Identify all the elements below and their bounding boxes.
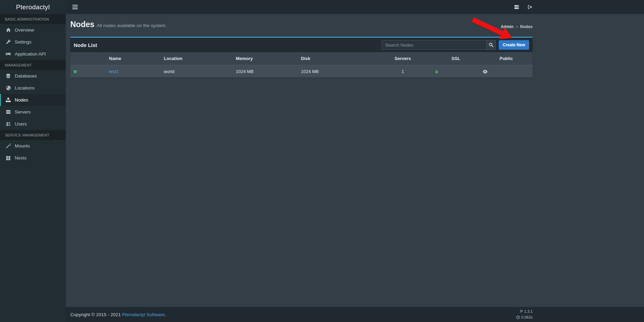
clock-icon — [516, 315, 520, 319]
sidebar-item-users[interactable]: Users — [0, 118, 66, 130]
breadcrumb: Admin>Nodes — [501, 24, 533, 29]
sidebar-item-nests[interactable]: Nests — [0, 152, 66, 164]
users-icon — [5, 121, 11, 127]
search-input[interactable] — [381, 40, 486, 50]
grid-icon — [5, 156, 11, 160]
home-icon — [5, 27, 11, 33]
node-location-cell: world — [161, 65, 233, 77]
sidebar-item-application-api[interactable]: Application API — [0, 48, 66, 60]
node-ssl-cell — [432, 65, 480, 77]
node-public-cell — [480, 65, 533, 77]
sitemap-icon — [5, 97, 11, 103]
column-header-ssl: SSL — [432, 52, 480, 65]
heartbeat-cell — [70, 65, 106, 77]
sidebar-item-label: Mounts — [15, 143, 30, 148]
sidebar-item-label: Settings — [15, 39, 32, 45]
database-icon — [5, 73, 11, 79]
breadcrumb-current: Nodes — [520, 24, 533, 29]
footer-meta: Ƥ 1.3.1 0.062s — [516, 309, 533, 320]
panel-wrapper: Node List Create New — [70, 31, 533, 77]
node-name-link[interactable]: test1 — [109, 69, 119, 74]
search-group: Create New — [381, 40, 529, 50]
sidebar-item-label: Nests — [15, 155, 27, 160]
sidebar-item-label: Locations — [15, 85, 35, 91]
column-header-servers: Servers — [374, 52, 432, 65]
sidebar-item-locations[interactable]: Locations — [0, 82, 66, 94]
sidebar: BASIC ADMINISTRATION Overview Settings A… — [0, 14, 66, 322]
copyright-text: Copyright © 2015 - 2021 — [70, 312, 122, 317]
sidebar-item-mounts[interactable]: Mounts — [0, 140, 66, 152]
table-row: test1 world 1024 MB 1024 MB 1 — [70, 65, 533, 77]
wrench-icon — [5, 39, 11, 45]
heartbeat-icon — [73, 70, 104, 74]
panel-title: Node List — [74, 42, 381, 48]
copyright-suffix: . — [165, 312, 166, 317]
node-disk-cell: 1024 MB — [298, 65, 374, 77]
page-title-text: Nodes — [70, 20, 94, 29]
copyright: Copyright © 2015 - 2021 Pterodactyl Soft… — [70, 312, 166, 317]
sidebar-section-basic-administration: BASIC ADMINISTRATION — [0, 14, 66, 24]
sidebar-section-service-management: SERVICE MANAGEMENT — [0, 130, 66, 140]
wand-icon — [5, 143, 11, 148]
create-new-button[interactable]: Create New — [499, 40, 529, 50]
sidebar-item-label: Servers — [15, 109, 31, 115]
column-header-memory: Memory — [233, 52, 298, 65]
sidebar-section-management: MANAGEMENT — [0, 60, 66, 70]
column-header-heartbeat — [70, 52, 106, 65]
node-servers-cell: 1 — [374, 65, 432, 77]
content-header: NodesAll nodes available on the system. … — [70, 14, 533, 31]
globe-icon — [5, 85, 11, 91]
breadcrumb-admin-link[interactable]: Admin — [501, 24, 513, 29]
sidebar-item-label: Databases — [15, 73, 37, 79]
sidebar-item-overview[interactable]: Overview — [0, 24, 66, 36]
panel-header: Node List Create New — [70, 38, 533, 52]
sidebar-item-label: Nodes — [15, 97, 28, 103]
page-subtitle: All nodes available on the system. — [97, 23, 167, 28]
hamburger-icon — [72, 5, 78, 9]
brand-logo: Pterodactyl — [0, 0, 66, 14]
main-content: NodesAll nodes available on the system. … — [66, 14, 644, 322]
sidebar-item-nodes[interactable]: Nodes — [0, 94, 66, 106]
lock-icon — [435, 69, 477, 74]
sidebar-item-label: Application API — [15, 51, 46, 57]
node-table: Name Location Memory Disk Servers SSL Pu… — [70, 52, 533, 77]
version-line: Ƥ 1.3.1 — [520, 309, 533, 314]
vendor-link[interactable]: Pterodactyl Software — [122, 312, 165, 317]
render-time: 0.062s — [521, 314, 533, 320]
footer: Copyright © 2015 - 2021 Pterodactyl Soft… — [66, 307, 644, 322]
sign-out-icon[interactable] — [527, 4, 533, 10]
server-icon — [5, 109, 11, 115]
node-name-cell: test1 — [106, 65, 161, 77]
render-time-line: 0.062s — [516, 314, 533, 320]
sidebar-item-label: Overview — [15, 27, 34, 33]
eye-icon — [483, 70, 530, 74]
column-header-location: Location — [161, 52, 233, 65]
topbar — [66, 0, 533, 14]
column-header-public: Public — [480, 52, 533, 65]
node-memory-cell: 1024 MB — [233, 65, 298, 77]
version-number: 1.3.1 — [524, 309, 533, 314]
sidebar-item-settings[interactable]: Settings — [0, 36, 66, 48]
version-icon: Ƥ — [520, 309, 523, 314]
column-header-name: Name — [106, 52, 161, 65]
navbar-actions — [514, 4, 533, 10]
sidebar-item-servers[interactable]: Servers — [0, 106, 66, 118]
gamepad-icon — [5, 51, 11, 57]
sidebar-toggle-button[interactable] — [70, 0, 81, 14]
search-button[interactable] — [486, 40, 496, 50]
search-icon — [489, 43, 494, 47]
server-list-icon[interactable] — [514, 4, 519, 10]
node-list-panel: Node List Create New — [70, 37, 533, 77]
top-navbar: Pterodactyl — [0, 0, 644, 14]
breadcrumb-separator: > — [515, 24, 518, 29]
table-header-row: Name Location Memory Disk Servers SSL Pu… — [70, 52, 533, 65]
column-header-disk: Disk — [298, 52, 374, 65]
sidebar-item-label: Users — [15, 121, 27, 127]
page-title: NodesAll nodes available on the system. — [70, 19, 167, 31]
sidebar-item-databases[interactable]: Databases — [0, 70, 66, 82]
